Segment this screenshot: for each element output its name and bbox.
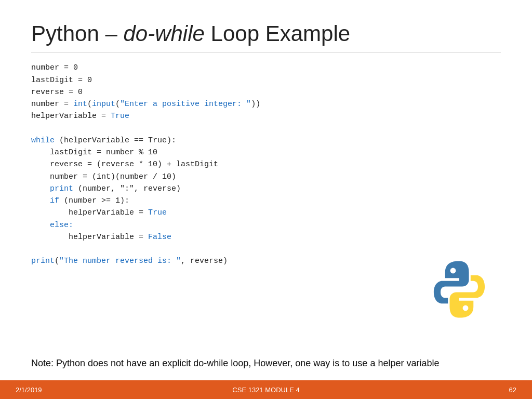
footer-course: CSE 1321 MODULE 4 bbox=[232, 386, 299, 394]
code-line: helperVariable = True bbox=[31, 207, 501, 219]
code-line: number = 0 bbox=[31, 62, 501, 74]
footer-date: 2/1/2019 bbox=[16, 386, 42, 394]
footer-page: 62 bbox=[509, 386, 516, 394]
python-logo bbox=[428, 258, 490, 321]
slide-title: Python – do-while Loop Example bbox=[31, 21, 501, 47]
code-line-empty bbox=[31, 243, 501, 255]
title-divider bbox=[31, 52, 501, 52]
main-content: Python – do-while Loop Example number = … bbox=[0, 0, 532, 380]
code-line: helperVariable = True bbox=[31, 110, 501, 122]
code-line: else: bbox=[31, 219, 501, 231]
code-line: if (number >= 1): bbox=[31, 195, 501, 207]
code-line: lastDigit = 0 bbox=[31, 74, 501, 86]
code-line: number = (int)(number / 10) bbox=[31, 171, 501, 183]
code-line: number = int(input("Enter a positive int… bbox=[31, 98, 501, 110]
code-line: reverse = (reverse * 10) + lastDigit bbox=[31, 158, 501, 170]
code-line: helperVariable = False bbox=[31, 231, 501, 243]
svg-point-1 bbox=[463, 305, 469, 311]
code-line: print (number, ":", reverse) bbox=[31, 183, 501, 195]
title-plain: Python – bbox=[31, 21, 123, 46]
code-line: lastDigit = number % 10 bbox=[31, 147, 501, 158]
title-italic: do-while bbox=[123, 21, 204, 46]
code-line-while: while (helperVariable == True): bbox=[31, 135, 501, 147]
code-section: number = 0 lastDigit = 0 reverse = 0 num… bbox=[31, 62, 501, 351]
svg-point-0 bbox=[450, 268, 456, 273]
code-line-empty bbox=[31, 123, 501, 135]
code-line: reverse = 0 bbox=[31, 86, 501, 98]
footer: 2/1/2019 CSE 1321 MODULE 4 62 bbox=[0, 380, 532, 399]
note-text: Note: Python does not have an explicit d… bbox=[31, 357, 457, 370]
title-rest: Loop Example bbox=[205, 21, 350, 46]
